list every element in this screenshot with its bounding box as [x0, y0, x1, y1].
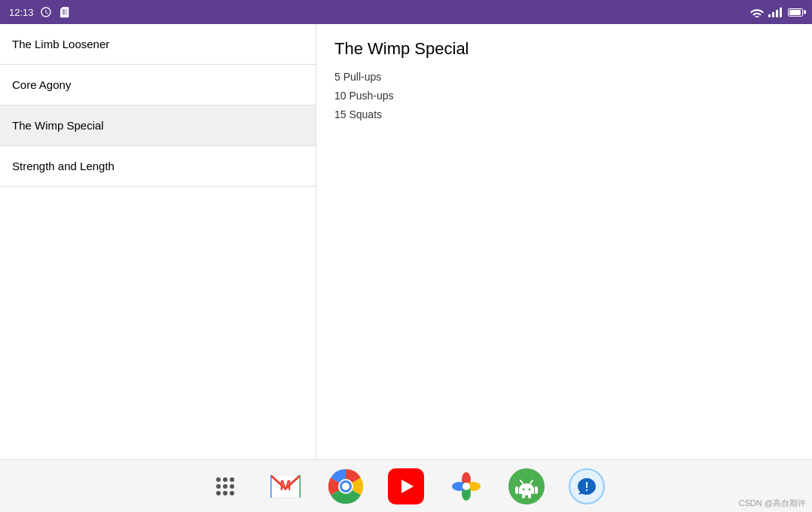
workout-list: The Limb Loosener Core Agony The Wimp Sp…	[0, 24, 316, 459]
workout-item-core-agony[interactable]: Core Agony	[0, 65, 316, 105]
workout-item-strength-length[interactable]: Strength and Length	[0, 146, 316, 187]
time-display: 12:13	[9, 7, 34, 18]
chrome-icon	[328, 469, 363, 504]
svg-point-18	[529, 488, 531, 490]
youtube-icon	[388, 468, 424, 504]
svg-rect-20	[535, 486, 538, 494]
svg-rect-19	[515, 486, 518, 494]
watermark: CSDN @高自期许	[739, 498, 806, 509]
chrome-button[interactable]	[326, 467, 365, 506]
detail-title: The Wimp Special	[334, 39, 794, 59]
message-icon	[569, 468, 605, 504]
photos-icon	[450, 470, 483, 503]
status-right	[750, 7, 803, 17]
bottom-nav: M	[0, 459, 812, 512]
workout-item-wimp-special[interactable]: The Wimp Special	[0, 105, 316, 146]
signal-icon	[768, 7, 782, 17]
alarm-icon	[40, 6, 52, 18]
grid-icon	[216, 477, 234, 495]
svg-text:M: M	[280, 478, 292, 493]
detail-exercises: 5 Pull-ups 10 Push-ups 15 Squats	[334, 68, 794, 125]
svg-rect-21	[522, 494, 525, 498]
wifi-icon	[750, 7, 764, 17]
svg-line-16	[530, 480, 533, 483]
gmail-button[interactable]: M	[266, 467, 305, 506]
sim-icon	[58, 6, 70, 18]
app-container: The Limb Loosener Core Agony The Wimp Sp…	[0, 24, 812, 459]
photos-button[interactable]	[447, 467, 486, 506]
exercise-item-1: 10 Push-ups	[334, 87, 794, 105]
android-icon	[508, 468, 545, 504]
apps-grid-button[interactable]	[206, 467, 245, 506]
svg-point-17	[523, 488, 525, 490]
status-left: 12:13	[9, 6, 70, 18]
messages-button[interactable]	[567, 467, 606, 506]
svg-rect-14	[519, 488, 534, 494]
android-button[interactable]	[507, 467, 546, 506]
svg-point-7	[342, 483, 350, 490]
status-bar: 12:13	[0, 0, 812, 24]
svg-point-12	[462, 483, 470, 490]
workout-item-limb-loosener[interactable]: The Limb Loosener	[0, 24, 316, 65]
workout-detail: The Wimp Special 5 Pull-ups 10 Push-ups …	[316, 24, 812, 459]
svg-line-15	[520, 480, 523, 483]
exercise-item-0: 5 Pull-ups	[334, 68, 794, 87]
youtube-button[interactable]	[386, 467, 426, 506]
gmail-icon: M	[270, 475, 301, 498]
exercise-item-2: 15 Squats	[334, 105, 794, 124]
battery-icon	[788, 8, 803, 17]
svg-rect-22	[528, 494, 531, 498]
